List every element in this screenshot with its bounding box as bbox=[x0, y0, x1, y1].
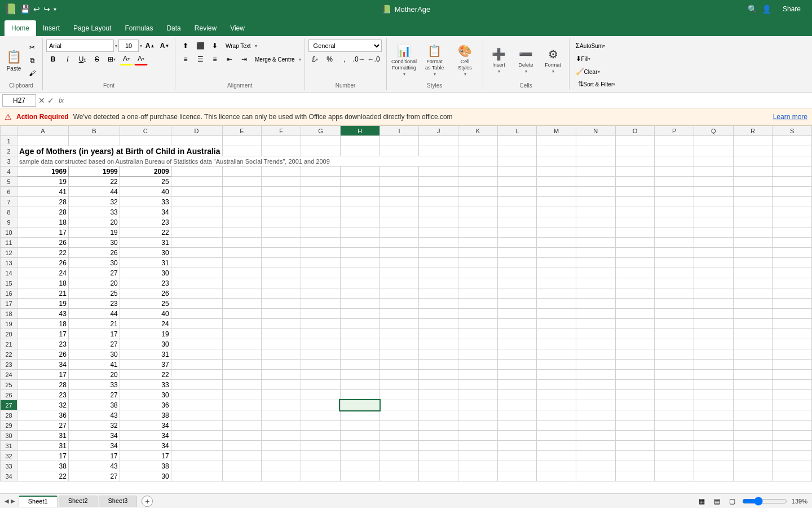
cell-G7[interactable] bbox=[301, 197, 341, 207]
cell-N13[interactable] bbox=[576, 258, 616, 268]
tab-home[interactable]: Home bbox=[5, 20, 36, 36]
cell-H32[interactable] bbox=[340, 451, 379, 461]
cell-O4[interactable] bbox=[615, 167, 655, 177]
cell-M21[interactable] bbox=[537, 339, 576, 349]
cell-N17[interactable] bbox=[576, 299, 616, 309]
cell-J28[interactable] bbox=[419, 410, 458, 421]
cell-C10[interactable]: 22 bbox=[120, 227, 171, 238]
cell-O15[interactable] bbox=[615, 278, 655, 288]
cell-O22[interactable] bbox=[615, 349, 655, 360]
cell-S23[interactable] bbox=[773, 360, 812, 370]
cell-P33[interactable] bbox=[655, 461, 694, 471]
cell-H5[interactable] bbox=[340, 177, 379, 187]
cell-Q15[interactable] bbox=[694, 278, 733, 288]
cell-H30[interactable] bbox=[340, 431, 379, 441]
cell-M31[interactable] bbox=[537, 441, 576, 451]
increase-decimal-button[interactable]: .0→ bbox=[352, 53, 366, 65]
cell-K17[interactable] bbox=[458, 299, 498, 309]
cell-A6[interactable]: 41 bbox=[17, 187, 69, 197]
cell-F23[interactable] bbox=[262, 360, 301, 370]
cell-E16[interactable] bbox=[222, 288, 262, 299]
cell-G14[interactable] bbox=[301, 268, 341, 278]
row-number-11[interactable]: 11 bbox=[1, 238, 17, 248]
cell-G4[interactable] bbox=[301, 167, 341, 177]
cell-K14[interactable] bbox=[458, 268, 498, 278]
cell-M25[interactable] bbox=[537, 380, 576, 390]
align-center-button[interactable]: ☰ bbox=[193, 53, 207, 65]
cell-S7[interactable] bbox=[773, 197, 812, 207]
cell-L16[interactable] bbox=[497, 288, 537, 299]
cell-B28[interactable]: 43 bbox=[68, 410, 120, 421]
cell-B18[interactable]: 44 bbox=[68, 309, 120, 319]
cell-P2[interactable] bbox=[655, 146, 694, 156]
cell-M15[interactable] bbox=[537, 278, 576, 288]
cell-K2[interactable] bbox=[458, 146, 498, 156]
cell-Q34[interactable] bbox=[694, 471, 733, 481]
row-number-33[interactable]: 33 bbox=[1, 461, 17, 471]
cell-C18[interactable]: 40 bbox=[120, 309, 171, 319]
cell-O16[interactable] bbox=[615, 288, 655, 299]
cell-D19[interactable] bbox=[171, 319, 222, 329]
cell-O32[interactable] bbox=[615, 451, 655, 461]
cell-S9[interactable] bbox=[773, 217, 812, 227]
cell-D33[interactable] bbox=[171, 461, 222, 471]
cell-R34[interactable] bbox=[733, 471, 773, 481]
cell-R27[interactable] bbox=[733, 400, 773, 410]
decrease-decimal-button[interactable]: ←.0 bbox=[367, 53, 381, 65]
cell-C9[interactable]: 23 bbox=[120, 217, 171, 227]
cell-Q28[interactable] bbox=[694, 410, 733, 421]
cell-L10[interactable] bbox=[497, 227, 537, 238]
cell-G9[interactable] bbox=[301, 217, 341, 227]
cell-D16[interactable] bbox=[171, 288, 222, 299]
cell-K20[interactable] bbox=[458, 329, 498, 339]
row-number-21[interactable]: 21 bbox=[1, 339, 17, 349]
cell-J2[interactable] bbox=[419, 146, 458, 156]
cell-C21[interactable]: 30 bbox=[120, 339, 171, 349]
cell-E15[interactable] bbox=[222, 278, 262, 288]
row-number-34[interactable]: 34 bbox=[1, 471, 17, 481]
cell-I29[interactable] bbox=[379, 421, 419, 431]
cell-F33[interactable] bbox=[262, 461, 301, 471]
cell-L22[interactable] bbox=[497, 349, 537, 360]
insert-cell-button[interactable]: ➕ Insert ▾ bbox=[487, 42, 511, 78]
cell-L18[interactable] bbox=[497, 309, 537, 319]
cell-F20[interactable] bbox=[262, 329, 301, 339]
cell-B1[interactable] bbox=[68, 136, 120, 146]
cell-S25[interactable] bbox=[773, 380, 812, 390]
cell-M30[interactable] bbox=[537, 431, 576, 441]
cell-F24[interactable] bbox=[262, 370, 301, 380]
cell-M34[interactable] bbox=[537, 471, 576, 481]
cell-E11[interactable] bbox=[222, 238, 262, 248]
cell-I19[interactable] bbox=[379, 319, 419, 329]
cell-K26[interactable] bbox=[458, 390, 498, 400]
cell-K7[interactable] bbox=[458, 197, 498, 207]
cell-J24[interactable] bbox=[419, 370, 458, 380]
tab-data[interactable]: Data bbox=[160, 20, 187, 36]
cell-S3[interactable] bbox=[773, 156, 812, 167]
cell-B15[interactable]: 20 bbox=[68, 278, 120, 288]
cell-N1[interactable] bbox=[576, 136, 616, 146]
cell-C12[interactable]: 30 bbox=[120, 248, 171, 258]
cell-J30[interactable] bbox=[419, 431, 458, 441]
merge-center-dropdown-icon[interactable]: ▾ bbox=[299, 57, 301, 62]
cell-D7[interactable] bbox=[171, 197, 222, 207]
cell-L9[interactable] bbox=[497, 217, 537, 227]
cell-P3[interactable] bbox=[655, 156, 694, 167]
cell-M8[interactable] bbox=[537, 207, 576, 217]
cell-B26[interactable]: 27 bbox=[68, 390, 120, 400]
cell-E2[interactable] bbox=[222, 146, 262, 156]
cell-O6[interactable] bbox=[615, 187, 655, 197]
cell-L33[interactable] bbox=[497, 461, 537, 471]
cell-M20[interactable] bbox=[537, 329, 576, 339]
cell-N23[interactable] bbox=[576, 360, 616, 370]
cell-O20[interactable] bbox=[615, 329, 655, 339]
cell-A16[interactable]: 21 bbox=[17, 288, 69, 299]
cell-M10[interactable] bbox=[537, 227, 576, 238]
cell-L15[interactable] bbox=[497, 278, 537, 288]
cell-L14[interactable] bbox=[497, 268, 537, 278]
cell-H14[interactable] bbox=[340, 268, 379, 278]
cell-C25[interactable]: 33 bbox=[120, 380, 171, 390]
cell-M19[interactable] bbox=[537, 319, 576, 329]
cell-S10[interactable] bbox=[773, 227, 812, 238]
cell-H24[interactable] bbox=[340, 370, 379, 380]
